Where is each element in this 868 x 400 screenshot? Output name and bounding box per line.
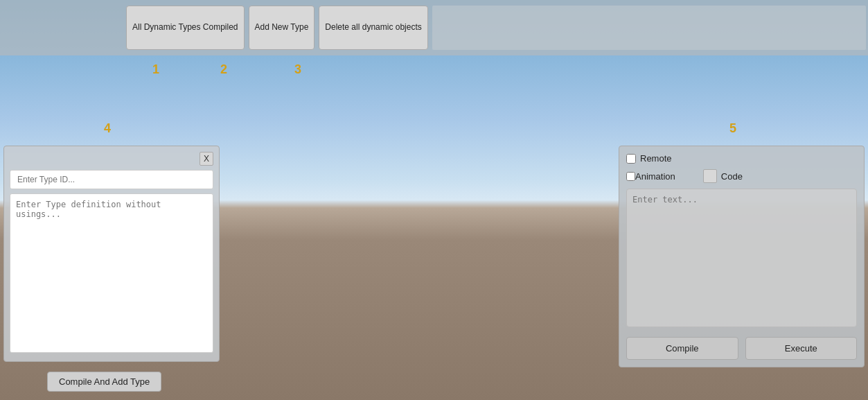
animation-label: Animation [635,171,675,182]
animation-checkbox[interactable] [626,172,635,181]
toolbar: All Dynamic Types Compiled Add New Type … [0,0,868,55]
code-checkbox-box[interactable] [703,169,717,183]
compile-and-add-type-button[interactable]: Compile And Add Type [47,372,161,392]
delete-all-dynamic-objects-button[interactable]: Delete all dynamic objects [319,6,427,50]
remote-row: Remote [626,153,857,164]
toolbar-spacer [432,6,866,50]
type-definition-textarea[interactable] [10,193,213,353]
right-text-area[interactable] [626,189,857,327]
animation-code-row: Animation Code [626,169,857,183]
right-panel: Remote Animation Code Compile Execute [619,146,865,367]
compile-button[interactable]: Compile [626,337,738,360]
code-group: Code [703,169,743,183]
left-panel: X [3,146,220,362]
animation-group: Animation [626,171,675,182]
execute-button[interactable]: Execute [745,337,858,360]
remote-checkbox[interactable] [626,154,636,164]
remote-label: Remote [640,153,672,164]
left-panel-header: X [10,152,213,166]
right-buttons-row: Compile Execute [626,337,857,360]
add-new-type-button[interactable]: Add New Type [249,6,315,50]
type-id-input[interactable] [10,170,213,189]
close-button[interactable]: X [200,152,213,166]
all-dynamic-types-compiled-button[interactable]: All Dynamic Types Compiled [126,6,245,50]
code-label: Code [721,171,743,182]
